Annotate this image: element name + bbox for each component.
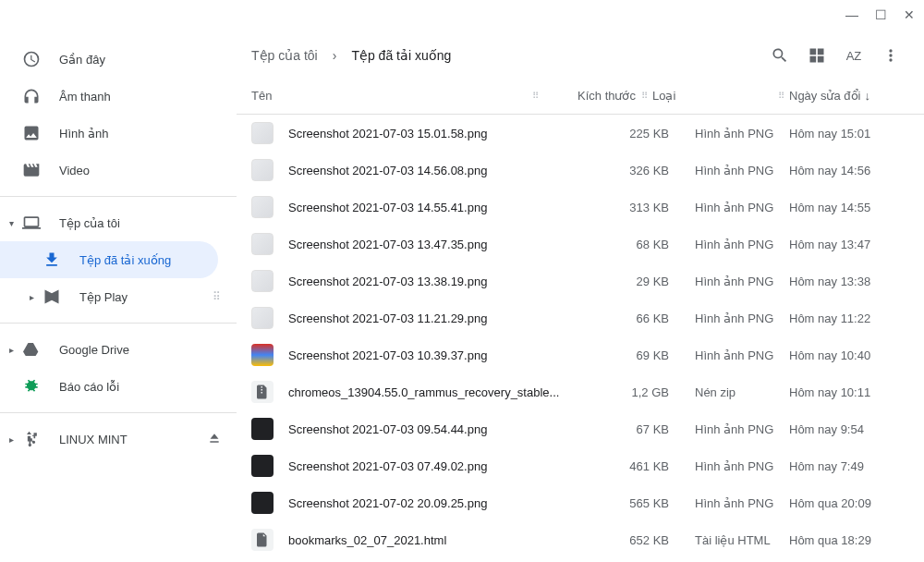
file-name: Screenshot 2021-07-03 15.01.58.png xyxy=(288,127,577,140)
sidebar-item-drive[interactable]: ▸ Google Drive xyxy=(0,331,237,368)
file-size: 313 KB xyxy=(577,201,669,214)
file-name: Screenshot 2021-07-03 11.21.29.png xyxy=(288,312,577,325)
file-row[interactable]: Screenshot 2021-07-03 14.56.08.png326 KB… xyxy=(237,152,924,189)
sidebar-item-images[interactable]: Hình ảnh xyxy=(0,115,237,152)
file-name: bookmarks_02_07_2021.html xyxy=(288,533,577,547)
sidebar-item-recent[interactable]: Gần đây xyxy=(0,41,237,78)
file-row[interactable]: Screenshot 2021-07-03 10.39.37.png69 KBH… xyxy=(237,336,924,373)
sidebar-item-label: Gần đây xyxy=(59,53,105,67)
close-button[interactable]: ✕ xyxy=(904,7,915,22)
sort-button[interactable]: AZ xyxy=(835,37,872,74)
sidebar-item-myfiles[interactable]: ▾ Tệp của tôi xyxy=(0,204,237,241)
file-row[interactable]: Screenshot 2021-07-03 09.54.44.png67 KBH… xyxy=(237,410,924,447)
file-thumbnail-icon xyxy=(251,196,274,218)
clock-icon xyxy=(22,50,41,68)
chevron-down-icon: ▾ xyxy=(9,218,20,228)
file-row[interactable]: Screenshot 2021-07-03 15.01.58.png225 KB… xyxy=(237,115,924,152)
minimize-button[interactable]: — xyxy=(845,7,858,22)
sidebar-item-bugreport[interactable]: Báo cáo lỗi xyxy=(0,368,237,405)
sidebar-item-label: Tệp Play xyxy=(79,290,128,304)
column-type[interactable]: Loại xyxy=(652,89,772,103)
sidebar-item-playfiles[interactable]: ▸ Tệp Play ⠿ xyxy=(0,278,237,315)
column-resize-handle[interactable]: ⠿ xyxy=(641,91,647,101)
file-row[interactable]: Screenshot 2021-07-03 14.55.41.png313 KB… xyxy=(237,189,924,226)
search-button[interactable] xyxy=(761,37,798,74)
sidebar-item-label: Âm thanh xyxy=(59,90,111,104)
sidebar-item-downloads[interactable]: Tệp đã tải xuống xyxy=(0,241,218,278)
file-type: Tài liệu HTML xyxy=(669,533,789,547)
file-type: Hình ảnh PNG xyxy=(669,238,789,251)
file-type: Nén zip xyxy=(669,385,789,399)
file-name: chromeos_13904.55.0_rammus_recovery_stab… xyxy=(288,385,577,399)
file-name: Screenshot 2021-07-03 14.55.41.png xyxy=(288,201,577,214)
file-list: Screenshot 2021-07-03 15.01.58.png225 KB… xyxy=(237,115,924,562)
file-date: Hôm nay 9:54 xyxy=(789,422,909,436)
sidebar-item-linux[interactable]: ▸ LINUX MINT xyxy=(0,421,237,458)
column-resize-handle[interactable]: ⠿ xyxy=(778,91,784,101)
file-thumbnail-icon xyxy=(251,492,274,514)
file-thumbnail-icon xyxy=(251,122,274,144)
file-type: Hình ảnh PNG xyxy=(669,275,789,288)
chevron-right-icon: ▸ xyxy=(9,434,20,445)
file-row[interactable]: chromeos_13904.55.0_rammus_recovery_stab… xyxy=(237,373,924,410)
chevron-right-icon: ▸ xyxy=(9,345,20,355)
breadcrumb: Tệp của tôi › Tệp đã tải xuống xyxy=(251,48,451,63)
divider xyxy=(0,196,237,197)
file-size: 69 KB xyxy=(577,348,669,362)
file-date: Hôm nay 7:49 xyxy=(789,459,909,473)
column-size[interactable]: Kích thước xyxy=(543,89,636,103)
file-name: Screenshot 2021-07-02 20.09.25.png xyxy=(288,496,577,510)
file-thumbnail-icon xyxy=(251,159,274,181)
sidebar-item-label: Báo cáo lỗi xyxy=(59,380,119,394)
main-content: Tệp của tôi › Tệp đã tải xuống AZ Tên ⠿ … xyxy=(237,33,924,562)
file-name: Screenshot 2021-07-03 07.49.02.png xyxy=(288,459,577,473)
file-date: Hôm qua 20:09 xyxy=(789,496,909,510)
more-button[interactable] xyxy=(872,37,909,74)
breadcrumb-current: Tệp đã tải xuống xyxy=(351,48,451,63)
column-date[interactable]: Ngày sửa đổi ↓ xyxy=(789,89,909,103)
sidebar-item-label: Google Drive xyxy=(59,343,129,357)
eject-icon[interactable] xyxy=(207,431,222,448)
file-name: Screenshot 2021-07-03 10.39.37.png xyxy=(288,348,577,362)
file-row[interactable]: bookmarks_02_07_2021.html652 KBTài liệu … xyxy=(237,521,924,558)
file-size: 565 KB xyxy=(577,496,669,510)
drive-icon xyxy=(22,340,41,359)
file-row[interactable]: Screenshot 2021-07-03 13.38.19.png29 KBH… xyxy=(237,263,924,299)
file-date: Hôm nay 11:22 xyxy=(789,312,909,325)
file-row[interactable]: Screenshot 2021-07-03 11.21.29.png66 KBH… xyxy=(237,299,924,336)
laptop-icon xyxy=(22,214,41,232)
file-date: Hôm nay 10:11 xyxy=(789,385,909,399)
column-name[interactable]: Tên xyxy=(251,89,527,103)
file-size: 66 KB xyxy=(577,312,669,325)
file-size: 326 KB xyxy=(577,164,669,177)
drag-handle-icon[interactable]: ⠿ xyxy=(213,290,222,303)
view-grid-button[interactable] xyxy=(798,37,835,74)
sidebar-item-audio[interactable]: Âm thanh xyxy=(0,78,237,115)
sidebar-item-video[interactable]: Video xyxy=(0,152,237,189)
movie-icon xyxy=(22,161,41,179)
file-size: 29 KB xyxy=(577,275,669,288)
file-name: Screenshot 2021-07-03 13.47.35.png xyxy=(288,238,577,251)
file-row[interactable]: Screenshot 2021-07-03 13.47.35.png68 KBH… xyxy=(237,226,924,263)
file-date: Hôm qua 18:29 xyxy=(789,533,909,547)
file-row[interactable]: Screenshot 2021-07-02 20.09.25.png565 KB… xyxy=(237,484,924,521)
file-thumbnail-icon xyxy=(251,418,274,440)
file-thumbnail-icon xyxy=(251,529,274,551)
maximize-button[interactable]: ☐ xyxy=(875,7,887,22)
file-type: Hình ảnh PNG xyxy=(669,312,789,325)
file-thumbnail-icon xyxy=(251,307,274,329)
chevron-right-icon: › xyxy=(333,48,337,63)
breadcrumb-parent[interactable]: Tệp của tôi xyxy=(251,48,318,63)
image-icon xyxy=(22,124,41,142)
file-name: Screenshot 2021-07-03 13.38.19.png xyxy=(288,275,577,288)
file-name: Screenshot 2021-07-03 14.56.08.png xyxy=(288,164,577,177)
file-type: Hình ảnh PNG xyxy=(669,348,789,362)
download-icon xyxy=(43,250,61,269)
file-size: 225 KB xyxy=(577,127,669,140)
sidebar-item-label: Tệp của tôi xyxy=(59,216,120,230)
column-resize-handle[interactable]: ⠿ xyxy=(532,91,538,101)
file-date: Hôm nay 10:40 xyxy=(789,348,909,362)
file-row[interactable]: Screenshot 2021-07-03 07.49.02.png461 KB… xyxy=(237,447,924,484)
file-type: Hình ảnh PNG xyxy=(669,496,789,510)
sidebar-item-label: Hình ảnh xyxy=(59,127,109,140)
